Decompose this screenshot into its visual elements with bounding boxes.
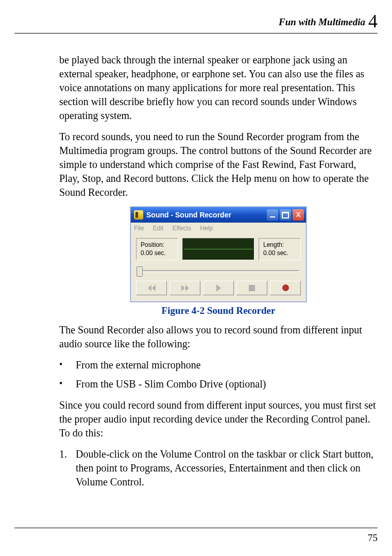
bullet-icon: • <box>59 358 76 372</box>
figure: Sound - Sound Recorder X File Edit Effec… <box>59 207 378 317</box>
record-button[interactable] <box>270 281 301 295</box>
chapter-number: 4 <box>368 11 378 31</box>
minimize-button[interactable] <box>267 209 278 221</box>
list-item: •From the USB - Slim Combo Drive (option… <box>59 377 378 391</box>
forward-button[interactable] <box>169 281 200 295</box>
app-icon <box>134 210 143 220</box>
menu-bar: File Edit Effects Help <box>131 223 306 234</box>
titlebar: Sound - Sound Recorder X <box>131 207 306 223</box>
maximize-button[interactable] <box>280 209 291 221</box>
paragraph: To record sounds, you need to run the So… <box>59 130 378 199</box>
menu-item-help[interactable]: Help <box>200 225 213 232</box>
length-panel: Length: 0.00 sec. <box>259 238 301 260</box>
running-header: Fun with Multimedia 4 <box>14 10 378 33</box>
paragraph: The Sound Recorder also allows you to re… <box>59 323 378 351</box>
menu-item-file[interactable]: File <box>134 225 144 232</box>
bullet-list: •From the external microphone •From the … <box>59 358 378 391</box>
seek-slider[interactable] <box>136 264 301 278</box>
position-value: 0.00 sec. <box>141 249 174 257</box>
page-number: 75 <box>368 532 378 544</box>
list-item: •From the external microphone <box>59 358 378 372</box>
window-title: Sound - Sound Recorder <box>146 210 267 220</box>
paragraph: be played back through the internal spea… <box>59 53 378 123</box>
menu-item-edit[interactable]: Edit <box>153 225 164 232</box>
sound-recorder-window: Sound - Sound Recorder X File Edit Effec… <box>130 207 306 302</box>
close-button[interactable]: X <box>293 209 304 221</box>
play-button[interactable] <box>203 281 234 295</box>
slider-thumb[interactable] <box>137 266 143 277</box>
numbered-list: 1.Double-click on the Volume Control on … <box>59 447 378 489</box>
figure-caption: Figure 4-2 Sound Recorder <box>59 304 378 317</box>
stop-button[interactable] <box>236 281 267 295</box>
body-content: be played back through the internal spea… <box>14 53 378 489</box>
length-value: 0.00 sec. <box>263 249 296 257</box>
step-number: 1. <box>59 447 76 489</box>
footer-rule <box>14 528 378 528</box>
waveform-display <box>182 238 254 260</box>
paragraph: Since you could record sound from differ… <box>59 398 378 440</box>
menu-item-effects[interactable]: Effects <box>173 225 191 232</box>
header-title: Fun with Multimedia <box>279 16 365 27</box>
rewind-button[interactable] <box>136 281 167 295</box>
position-panel: Position: 0.00 sec. <box>136 238 178 260</box>
list-item: 1.Double-click on the Volume Control on … <box>59 447 378 489</box>
bullet-icon: • <box>59 377 76 391</box>
position-label: Position: <box>141 241 174 249</box>
length-label: Length: <box>263 241 296 249</box>
